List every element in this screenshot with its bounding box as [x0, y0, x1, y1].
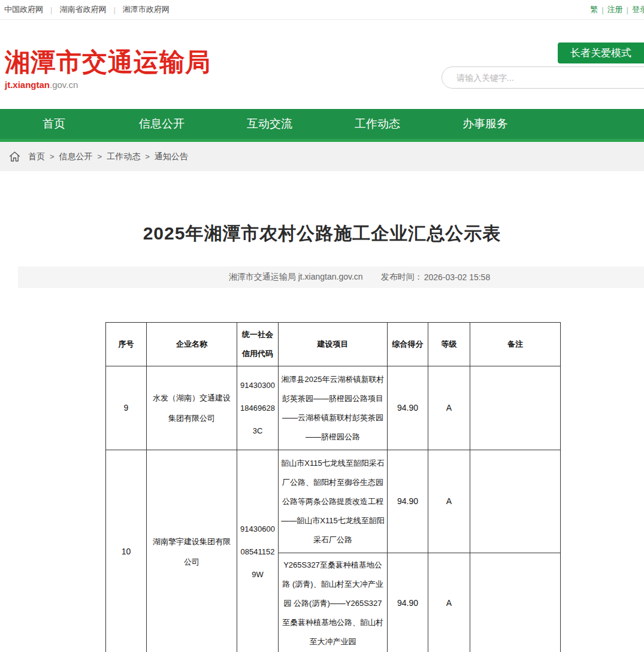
col-remark: 备注	[470, 323, 561, 366]
col-project: 建设项目	[279, 323, 388, 366]
separator: |	[601, 5, 603, 14]
grade-cell: A	[428, 366, 470, 450]
site-domain-rest: .gov.cn	[50, 80, 78, 90]
score-cell: 94.90	[388, 553, 428, 652]
remark-cell	[470, 366, 561, 450]
traditional-chinese-toggle[interactable]: 繁	[590, 4, 598, 15]
top-bar: 中国政府网 | 湖南省政府网 | 湘潭市政府网 繁 | 注册 | 登录	[0, 0, 644, 20]
company-name-cell: 水发（湖南）交通建设集团有限公司	[147, 366, 237, 450]
credit-code-cell: 91430600085411529W	[237, 450, 279, 652]
register-link[interactable]: 注册	[607, 4, 623, 15]
login-link[interactable]: 登录	[632, 4, 644, 15]
breadcrumb-separator: >	[145, 152, 150, 161]
table-row: 9水发（湖南）交通建设集团有限公司91430300184696283C湘潭县20…	[106, 366, 561, 450]
score-cell: 94.90	[388, 450, 428, 553]
site-header: 湘潭市交通运输局 jt.xiangtan.gov.cn 长者关爱模式	[0, 20, 644, 109]
search-input[interactable]	[442, 67, 644, 88]
nav-item-services[interactable]: 办事服务	[431, 109, 539, 139]
remark-cell	[470, 450, 561, 553]
link-hunan-gov[interactable]: 湖南省政府网	[59, 4, 106, 15]
notice-table: 序号企业名称统一社会信用代码建设项目综合得分等级备注 9水发（湖南）交通建设集团…	[105, 322, 561, 652]
main-nav: 首页 信息公开 互动交流 工作动态 办事服务	[0, 109, 644, 139]
breadcrumb: 首页 > 信息公开 > 工作动态 > 通知公告	[0, 142, 644, 171]
grade-cell: A	[428, 553, 470, 652]
nav-item-home[interactable]: 首页	[0, 109, 108, 139]
publish-time-label: 发布时间：	[381, 272, 423, 283]
nav-item-work-updates[interactable]: 工作动态	[323, 109, 431, 139]
notice-table-body: 9水发（湖南）交通建设集团有限公司91430300184696283C湘潭县20…	[106, 366, 561, 652]
notice-table-head: 序号企业名称统一社会信用代码建设项目综合得分等级备注	[106, 323, 561, 366]
table-row: 10湖南擎宇建设集团有限公司91430600085411529W韶山市X115七…	[106, 450, 561, 553]
nav-item-interaction[interactable]: 互动交流	[216, 109, 323, 139]
site-domain: jt.xiangtan.gov.cn	[5, 80, 211, 90]
separator: |	[113, 5, 115, 14]
company-name-cell: 湖南擎宇建设集团有限公司	[147, 450, 237, 652]
separator: |	[627, 5, 628, 14]
article-source: 湘潭市交通运输局 jt.xiangtan.gov.cn	[229, 272, 363, 283]
remark-cell	[470, 553, 561, 652]
account-links: 繁 | 注册 | 登录	[590, 4, 644, 15]
breadcrumb-notices[interactable]: 通知公告	[155, 151, 188, 162]
breadcrumb-separator: >	[50, 152, 55, 161]
page-title: 2025年湘潭市农村公路施工企业汇总公示表	[0, 222, 644, 246]
breadcrumb-home[interactable]: 首页	[28, 151, 45, 162]
score-cell: 94.90	[388, 366, 428, 450]
col-seq: 序号	[106, 323, 147, 366]
credit-code-cell: 91430300184696283C	[237, 366, 279, 450]
breadcrumb-info-disclosure[interactable]: 信息公开	[59, 151, 93, 162]
seq-cell: 9	[106, 366, 147, 450]
table-wrapper: 序号企业名称统一社会信用代码建设项目综合得分等级备注 9水发（湖南）交通建设集团…	[105, 322, 644, 652]
col-credit-code: 统一社会信用代码	[237, 323, 279, 366]
site-logo[interactable]: 湘潭市交通运输局 jt.xiangtan.gov.cn	[5, 47, 211, 90]
col-grade: 等级	[428, 323, 470, 366]
home-icon[interactable]	[8, 150, 21, 163]
elder-care-mode-button[interactable]: 长者关爱模式	[558, 43, 644, 63]
nav-item-info-disclosure[interactable]: 信息公开	[108, 109, 216, 139]
col-company: 企业名称	[147, 323, 237, 366]
project-cell: Y265S327至桑葚种植基地公路 (沥青)、韶山村至大冲产业园 公路(沥青)—…	[279, 553, 388, 652]
seq-cell: 10	[106, 450, 147, 652]
search-box	[442, 66, 644, 89]
site-title: 湘潭市交通运输局	[5, 47, 211, 77]
publish-time-value: 2026-03-02 15:58	[424, 272, 491, 282]
project-cell: 韶山市X115七龙线至韶阳采石厂公路、韶阳村至御谷生态园公路等两条公路提质改造工…	[279, 450, 388, 553]
gov-site-links: 中国政府网 | 湖南省政府网 | 湘潭市政府网	[4, 4, 170, 15]
project-cell: 湘潭县2025年云湖桥镇新联村彭英茶园——脐橙园公路项目——云湖桥镇新联村彭英茶…	[279, 366, 388, 450]
breadcrumb-separator: >	[98, 152, 102, 161]
breadcrumb-work-updates[interactable]: 工作动态	[107, 151, 140, 162]
link-xiangtan-gov[interactable]: 湘潭市政府网	[123, 4, 170, 15]
link-china-gov[interactable]: 中国政府网	[4, 4, 43, 15]
article-meta-bar: 湘潭市交通运输局 jt.xiangtan.gov.cn 发布时间： 2026-0…	[18, 266, 644, 288]
separator: |	[50, 5, 52, 14]
site-domain-bold: jt.xiangtan	[5, 80, 50, 90]
col-score: 综合得分	[388, 323, 428, 366]
grade-cell: A	[428, 450, 470, 553]
